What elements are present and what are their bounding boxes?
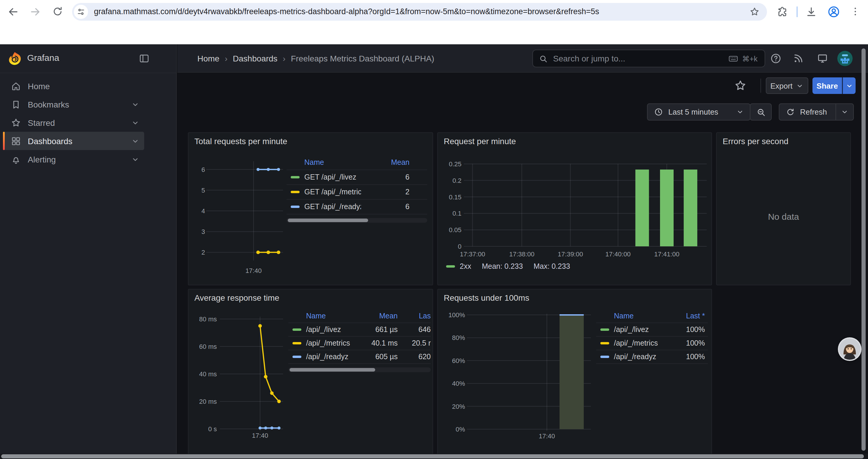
horizontal-scrollbar[interactable]	[0, 453, 868, 459]
panel-avg-response-time: Average response time 80 ms60 ms40 ms20 …	[188, 289, 433, 459]
help-icon[interactable]	[770, 53, 782, 64]
svg-text:0.2: 0.2	[452, 177, 462, 184]
svg-text:40 ms: 40 ms	[199, 370, 217, 378]
series-mean: 605 µs	[355, 353, 398, 361]
back-icon[interactable]	[7, 6, 19, 18]
series-last: 20.5 r	[398, 339, 431, 347]
svg-text:4: 4	[202, 207, 205, 215]
time-range-picker[interactable]: Last 5 minutes	[647, 103, 750, 121]
svg-text:17:40: 17:40	[252, 432, 268, 439]
sidebar-item-starred[interactable]: Starred	[3, 113, 144, 132]
screen: grafana.mathmast.com/d/deytv4rwavabkb/fr…	[0, 0, 868, 459]
legend-col-name[interactable]: Name	[286, 158, 361, 167]
svg-text:17:41:00: 17:41:00	[654, 251, 680, 258]
panel-title[interactable]: Errors per second	[723, 136, 788, 146]
legend-col-mean[interactable]: Mean	[355, 312, 398, 320]
chevron-down-icon[interactable]	[131, 119, 140, 127]
sidebar-item-dashboards[interactable]: Dashboards	[3, 132, 144, 150]
legend-col-mean[interactable]: Mean	[361, 158, 427, 167]
browser-profile-icon[interactable]	[827, 5, 840, 18]
series-mean: 2	[361, 188, 427, 196]
share-button[interactable]: Share	[812, 77, 842, 94]
legend-row-readyz[interactable]: GET /api/_/readyz 6	[286, 200, 427, 215]
legend-row-livez[interactable]: /api/_/livez 661 µs 646	[288, 323, 431, 337]
zoom-out-time-button[interactable]	[750, 103, 772, 121]
breadcrumb-separator: ›	[225, 54, 227, 63]
legend-row-metrics[interactable]: /api/_/metrics 40.1 ms 20.5 r	[288, 337, 431, 350]
chevron-down-icon[interactable]	[131, 137, 140, 145]
legend-row-readyz[interactable]: /api/_/readyz 100%	[596, 350, 708, 364]
legend-horizontal-scrollbar[interactable]	[286, 218, 427, 223]
grafana-logo[interactable]	[7, 51, 23, 66]
chevron-down-icon[interactable]	[131, 100, 140, 108]
legend-col-name[interactable]: Name	[288, 312, 355, 320]
series-name: GET /api/_/livez	[304, 173, 361, 182]
user-avatar[interactable]	[837, 51, 852, 66]
share-label: Share	[816, 81, 838, 90]
home-icon	[11, 80, 21, 91]
downloads-icon[interactable]	[805, 6, 817, 18]
request-per-minute-chart[interactable]: 0.250.20.150.10.05017:37:0017:38:0017:39…	[438, 133, 711, 285]
series-color-pill	[446, 265, 455, 268]
bookmark-icon	[11, 99, 21, 109]
favorite-dashboard-star-icon[interactable]	[734, 79, 747, 92]
series-color-pill	[291, 191, 300, 193]
refresh-button[interactable]: Refresh	[779, 103, 836, 121]
svg-text:17:40: 17:40	[246, 267, 262, 274]
grafana-header: Home › Dashboards › Freeleaps Metrics Da…	[177, 44, 868, 73]
legend-row-livez[interactable]: GET /api/_/livez 6	[286, 170, 427, 185]
series-mean: 6	[361, 173, 427, 182]
legend-col-name[interactable]: Name	[596, 312, 670, 320]
share-dropdown-button[interactable]	[843, 77, 856, 94]
legend-row-readyz[interactable]: /api/_/readyz 605 µs 620	[288, 350, 431, 364]
svg-text:17:37:00: 17:37:00	[460, 251, 486, 258]
assistant-avatar[interactable]	[839, 338, 860, 360]
extensions-icon[interactable]	[776, 6, 788, 18]
svg-text:3: 3	[202, 228, 205, 235]
vertical-scrollbar[interactable]	[862, 48, 866, 451]
url-text[interactable]: grafana.mathmast.com/d/deytv4rwavabkb/fr…	[94, 3, 741, 21]
panel-requests-under-100ms: Requests under 100ms 100%80%60%40%20%0%1…	[437, 289, 712, 459]
sidebar-item-bookmarks[interactable]: Bookmarks	[3, 95, 144, 113]
breadcrumb-separator: ›	[283, 54, 285, 63]
svg-text:6: 6	[202, 166, 205, 173]
dashboards-icon	[11, 136, 21, 146]
site-info-button[interactable]	[74, 5, 88, 19]
rss-icon[interactable]	[793, 53, 804, 64]
legend-horizontal-scrollbar[interactable]	[288, 367, 431, 372]
legend[interactable]: 2xx Mean: 0.233 Max: 0.233	[444, 262, 570, 270]
series-last: 620	[398, 353, 431, 361]
breadcrumb: Home › Dashboards › Freeleaps Metrics Da…	[197, 44, 434, 72]
svg-text:80%: 80%	[452, 334, 465, 341]
svg-text:17:40:00: 17:40:00	[606, 251, 631, 258]
svg-text:40%: 40%	[452, 380, 465, 387]
series-last: 100%	[670, 326, 708, 334]
search-input[interactable]: Search or jump to... ⌘+k	[532, 50, 765, 67]
legend-row-metrics[interactable]: /api/_/metrics 100%	[596, 337, 708, 350]
brand-name[interactable]: Grafana	[27, 53, 59, 63]
series-color-pill	[600, 356, 609, 358]
breadcrumb-home[interactable]: Home	[197, 54, 219, 63]
sidebar-item-home[interactable]: Home	[3, 77, 144, 95]
breadcrumb-dashboards[interactable]: Dashboards	[233, 54, 277, 63]
series-mean: 40.1 ms	[355, 339, 398, 347]
dock-sidebar-icon[interactable]	[138, 53, 150, 64]
legend-row-livez[interactable]: /api/_/livez 100%	[596, 323, 708, 337]
reload-icon[interactable]	[52, 6, 63, 17]
sidebar-item-alerting[interactable]: Alerting	[3, 150, 144, 168]
export-button[interactable]: Export	[766, 77, 808, 94]
chevron-down-icon	[736, 108, 744, 116]
bookmark-page-star-icon[interactable]	[749, 6, 760, 17]
legend-col-last[interactable]: Last *	[670, 312, 708, 320]
legend-row-metrics[interactable]: GET /api/_/metrics 2	[286, 185, 427, 200]
bookmarks-bar: Freeleaps 收藏博客	[0, 24, 868, 44]
forward-icon[interactable]	[30, 6, 41, 18]
browser-menu-icon[interactable]	[850, 6, 861, 17]
monitor-icon[interactable]	[816, 53, 829, 64]
series-name: /api/_/metrics	[614, 339, 670, 347]
series-color-pill	[292, 356, 301, 358]
url-bar[interactable]: grafana.mathmast.com/d/deytv4rwavabkb/fr…	[72, 3, 767, 21]
chevron-down-icon[interactable]	[131, 155, 140, 163]
refresh-interval-dropdown[interactable]	[836, 103, 854, 121]
legend-col-last[interactable]: Las	[398, 312, 431, 320]
